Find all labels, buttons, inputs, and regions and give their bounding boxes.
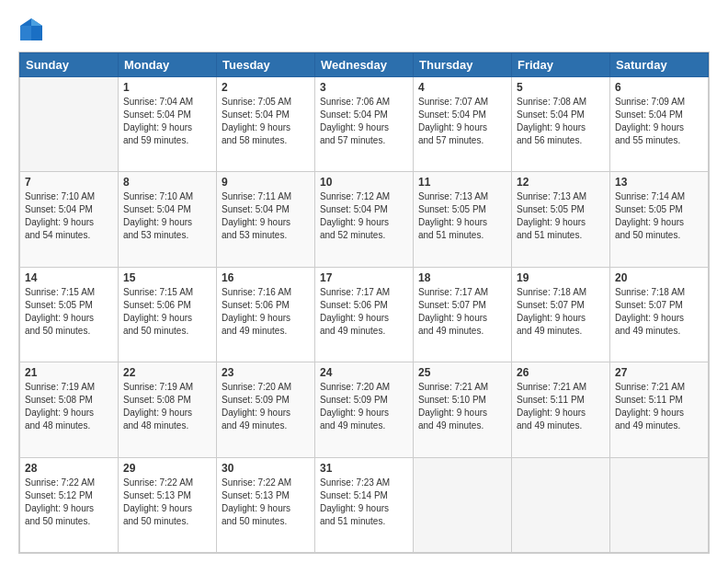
day-info: Sunrise: 7:10 AM Sunset: 5:04 PM Dayligh… (123, 190, 211, 242)
calendar-table: SundayMondayTuesdayWednesdayThursdayFrid… (19, 52, 709, 553)
day-info: Sunrise: 7:17 AM Sunset: 5:07 PM Dayligh… (418, 286, 506, 338)
day-number: 8 (123, 176, 211, 189)
day-info: Sunrise: 7:22 AM Sunset: 5:13 PM Dayligh… (123, 477, 211, 528)
calendar-cell: 8Sunrise: 7:10 AM Sunset: 5:04 PM Daylig… (119, 172, 217, 267)
calendar-cell: 6Sunrise: 7:09 AM Sunset: 5:04 PM Daylig… (610, 77, 709, 172)
day-number: 12 (517, 176, 605, 189)
weekday-header-saturday: Saturday (610, 53, 709, 77)
day-info: Sunrise: 7:15 AM Sunset: 5:05 PM Dayligh… (25, 286, 113, 338)
week-row-4: 28Sunrise: 7:22 AM Sunset: 5:12 PM Dayli… (20, 457, 709, 552)
day-info: Sunrise: 7:18 AM Sunset: 5:07 PM Dayligh… (517, 286, 605, 338)
calendar-cell: 17Sunrise: 7:17 AM Sunset: 5:06 PM Dayli… (315, 267, 414, 362)
logo-icon (18, 17, 44, 42)
calendar-cell: 31Sunrise: 7:23 AM Sunset: 5:14 PM Dayli… (315, 457, 414, 552)
svg-marker-1 (31, 18, 42, 26)
week-row-2: 14Sunrise: 7:15 AM Sunset: 5:05 PM Dayli… (20, 267, 709, 362)
day-number: 29 (123, 462, 211, 475)
calendar-cell: 30Sunrise: 7:22 AM Sunset: 5:13 PM Dayli… (217, 457, 315, 552)
calendar-cell: 1Sunrise: 7:04 AM Sunset: 5:04 PM Daylig… (119, 77, 217, 172)
day-number: 1 (123, 81, 211, 94)
calendar-cell: 11Sunrise: 7:13 AM Sunset: 5:05 PM Dayli… (414, 172, 512, 267)
calendar-cell: 29Sunrise: 7:22 AM Sunset: 5:13 PM Dayli… (119, 457, 217, 552)
day-number: 14 (25, 271, 113, 284)
weekday-header-thursday: Thursday (414, 53, 512, 77)
calendar-body: 1Sunrise: 7:04 AM Sunset: 5:04 PM Daylig… (20, 77, 709, 553)
header (18, 17, 710, 42)
calendar-cell: 3Sunrise: 7:06 AM Sunset: 5:04 PM Daylig… (315, 77, 414, 172)
day-info: Sunrise: 7:06 AM Sunset: 5:04 PM Dayligh… (320, 96, 408, 147)
day-info: Sunrise: 7:23 AM Sunset: 5:14 PM Dayligh… (320, 477, 408, 528)
svg-marker-3 (20, 26, 31, 40)
calendar-cell: 5Sunrise: 7:08 AM Sunset: 5:04 PM Daylig… (512, 77, 610, 172)
calendar-cell: 21Sunrise: 7:19 AM Sunset: 5:08 PM Dayli… (20, 362, 119, 457)
page: SundayMondayTuesdayWednesdayThursdayFrid… (0, 0, 728, 563)
weekday-row: SundayMondayTuesdayWednesdayThursdayFrid… (20, 53, 709, 77)
day-number: 4 (418, 81, 506, 94)
day-number: 11 (418, 176, 506, 189)
calendar-cell (610, 457, 709, 552)
svg-marker-2 (31, 26, 42, 40)
day-number: 26 (517, 366, 605, 379)
weekday-header-monday: Monday (119, 53, 217, 77)
day-number: 3 (320, 81, 408, 94)
week-row-3: 21Sunrise: 7:19 AM Sunset: 5:08 PM Dayli… (20, 362, 709, 457)
day-number: 23 (222, 366, 310, 379)
week-row-0: 1Sunrise: 7:04 AM Sunset: 5:04 PM Daylig… (20, 77, 709, 172)
calendar-cell: 26Sunrise: 7:21 AM Sunset: 5:11 PM Dayli… (512, 362, 610, 457)
calendar-cell: 19Sunrise: 7:18 AM Sunset: 5:07 PM Dayli… (512, 267, 610, 362)
day-info: Sunrise: 7:12 AM Sunset: 5:04 PM Dayligh… (320, 190, 408, 242)
day-info: Sunrise: 7:21 AM Sunset: 5:11 PM Dayligh… (517, 381, 605, 432)
day-number: 18 (418, 271, 506, 284)
day-info: Sunrise: 7:13 AM Sunset: 5:05 PM Dayligh… (418, 190, 506, 242)
calendar-cell: 12Sunrise: 7:13 AM Sunset: 5:05 PM Dayli… (512, 172, 610, 267)
weekday-header-friday: Friday (512, 53, 610, 77)
calendar-cell: 22Sunrise: 7:19 AM Sunset: 5:08 PM Dayli… (119, 362, 217, 457)
calendar-cell: 9Sunrise: 7:11 AM Sunset: 5:04 PM Daylig… (217, 172, 315, 267)
day-info: Sunrise: 7:15 AM Sunset: 5:06 PM Dayligh… (123, 286, 211, 338)
day-info: Sunrise: 7:19 AM Sunset: 5:08 PM Dayligh… (123, 381, 211, 432)
day-info: Sunrise: 7:07 AM Sunset: 5:04 PM Dayligh… (418, 96, 506, 147)
day-info: Sunrise: 7:13 AM Sunset: 5:05 PM Dayligh… (517, 190, 605, 242)
day-info: Sunrise: 7:11 AM Sunset: 5:04 PM Dayligh… (222, 190, 310, 242)
day-number: 24 (320, 366, 408, 379)
calendar-cell: 14Sunrise: 7:15 AM Sunset: 5:05 PM Dayli… (20, 267, 119, 362)
calendar-cell: 15Sunrise: 7:15 AM Sunset: 5:06 PM Dayli… (119, 267, 217, 362)
day-info: Sunrise: 7:14 AM Sunset: 5:05 PM Dayligh… (615, 190, 703, 242)
day-info: Sunrise: 7:18 AM Sunset: 5:07 PM Dayligh… (615, 286, 703, 338)
day-number: 5 (517, 81, 605, 94)
day-number: 7 (25, 176, 113, 189)
day-number: 31 (320, 462, 408, 475)
day-number: 28 (25, 462, 113, 475)
calendar-cell: 16Sunrise: 7:16 AM Sunset: 5:06 PM Dayli… (217, 267, 315, 362)
day-number: 25 (418, 366, 506, 379)
calendar-cell (512, 457, 610, 552)
day-info: Sunrise: 7:19 AM Sunset: 5:08 PM Dayligh… (25, 381, 113, 432)
day-number: 19 (517, 271, 605, 284)
day-info: Sunrise: 7:16 AM Sunset: 5:06 PM Dayligh… (222, 286, 310, 338)
calendar-header: SundayMondayTuesdayWednesdayThursdayFrid… (20, 53, 709, 77)
day-number: 17 (320, 271, 408, 284)
day-info: Sunrise: 7:10 AM Sunset: 5:04 PM Dayligh… (25, 190, 113, 242)
calendar-cell: 13Sunrise: 7:14 AM Sunset: 5:05 PM Dayli… (610, 172, 709, 267)
day-number: 10 (320, 176, 408, 189)
calendar-cell: 23Sunrise: 7:20 AM Sunset: 5:09 PM Dayli… (217, 362, 315, 457)
week-row-1: 7Sunrise: 7:10 AM Sunset: 5:04 PM Daylig… (20, 172, 709, 267)
day-number: 6 (615, 81, 703, 94)
day-number: 15 (123, 271, 211, 284)
calendar-cell: 25Sunrise: 7:21 AM Sunset: 5:10 PM Dayli… (414, 362, 512, 457)
calendar-cell: 27Sunrise: 7:21 AM Sunset: 5:11 PM Dayli… (610, 362, 709, 457)
calendar-cell: 2Sunrise: 7:05 AM Sunset: 5:04 PM Daylig… (217, 77, 315, 172)
calendar-cell: 10Sunrise: 7:12 AM Sunset: 5:04 PM Dayli… (315, 172, 414, 267)
calendar: SundayMondayTuesdayWednesdayThursdayFrid… (18, 52, 710, 554)
day-info: Sunrise: 7:20 AM Sunset: 5:09 PM Dayligh… (320, 381, 408, 432)
day-info: Sunrise: 7:08 AM Sunset: 5:04 PM Dayligh… (517, 96, 605, 147)
day-info: Sunrise: 7:21 AM Sunset: 5:11 PM Dayligh… (615, 381, 703, 432)
day-info: Sunrise: 7:17 AM Sunset: 5:06 PM Dayligh… (320, 286, 408, 338)
day-number: 30 (222, 462, 310, 475)
day-number: 16 (222, 271, 310, 284)
day-number: 13 (615, 176, 703, 189)
calendar-cell (414, 457, 512, 552)
day-info: Sunrise: 7:05 AM Sunset: 5:04 PM Dayligh… (222, 96, 310, 147)
day-number: 27 (615, 366, 703, 379)
calendar-cell: 4Sunrise: 7:07 AM Sunset: 5:04 PM Daylig… (414, 77, 512, 172)
